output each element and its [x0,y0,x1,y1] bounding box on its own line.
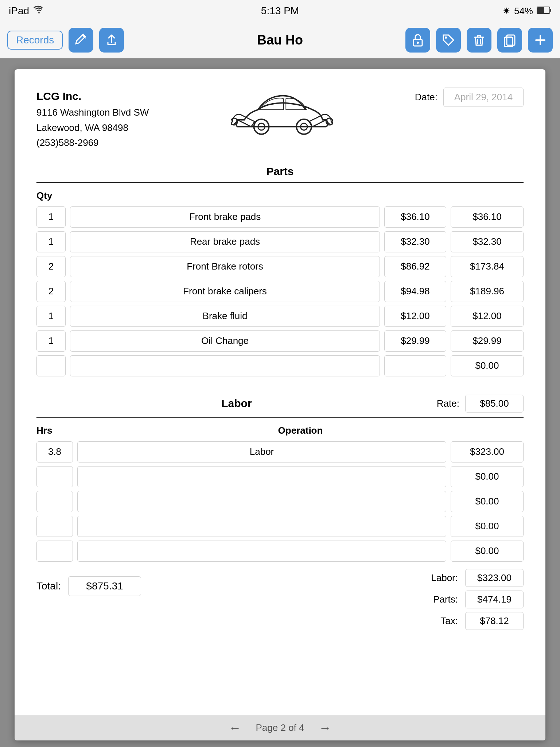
copy-button[interactable] [497,28,522,53]
parts-row[interactable]: 2 Front Brake rotors $86.92 $173.84 [36,256,524,277]
parts-row[interactable]: 1 Oil Change $29.99 $29.99 [36,330,524,352]
part-total[interactable]: $29.99 [451,330,524,352]
part-desc[interactable] [70,355,380,376]
wifi-icon [34,5,44,17]
part-qty[interactable]: 1 [36,330,66,352]
part-total[interactable]: $36.10 [451,206,524,228]
labor-row[interactable]: 3.8 Labor $323.00 [36,441,524,462]
part-unit[interactable]: $29.99 [384,330,446,352]
labor-op[interactable] [77,491,446,512]
labor-row[interactable]: $0.00 [36,491,524,512]
company-phone: (253)588-2969 [36,135,149,151]
labor-sum-value: $323.00 [465,569,524,587]
labor-row[interactable]: $0.00 [36,541,524,562]
parts-section-header: Parts [36,165,524,183]
page-nav: ← Page 2 of 4 → [15,715,545,740]
labor-sum-label: Labor: [429,572,458,584]
parts-sum-label: Parts: [429,594,458,605]
part-qty[interactable]: 2 [36,256,66,277]
lock-button[interactable] [405,28,430,53]
labor-op[interactable] [77,541,446,562]
records-button[interactable]: Records [7,31,63,50]
prev-page-button[interactable]: ← [229,721,241,735]
part-total[interactable]: $0.00 [451,355,524,376]
part-unit[interactable]: $12.00 [384,306,446,327]
labor-total[interactable]: $0.00 [451,491,524,512]
labor-total[interactable]: $0.00 [451,541,524,562]
page-label: Page 2 of 4 [256,722,304,734]
add-button[interactable] [528,28,553,53]
part-qty[interactable]: 1 [36,306,66,327]
parts-row[interactable]: 1 Rear brake pads $32.30 $32.30 [36,231,524,252]
part-desc[interactable]: Rear brake pads [70,231,380,252]
labor-hrs[interactable] [36,491,73,512]
part-unit[interactable]: $32.30 [384,231,446,252]
company-address1: 9116 Washington Blvd SW [36,105,149,120]
svg-point-4 [417,42,419,44]
part-qty[interactable] [36,355,66,376]
part-qty[interactable]: 1 [36,206,66,228]
part-unit[interactable]: $94.98 [384,281,446,302]
total-left: Total: $875.31 [36,569,141,596]
labor-total[interactable]: $0.00 [451,516,524,537]
rate-value[interactable]: $85.00 [465,395,524,413]
total-value[interactable]: $875.31 [68,576,141,596]
labor-hrs[interactable] [36,516,73,537]
op-header: Operation [77,425,524,436]
total-label: Total: [36,580,61,592]
document: LCG Inc. 9116 Washington Blvd SW Lakewoo… [15,69,545,740]
tax-sum-label: Tax: [429,615,458,627]
labor-hrs[interactable]: 3.8 [36,441,73,462]
labor-op[interactable]: Labor [77,441,446,462]
part-desc[interactable]: Front brake calipers [70,281,380,302]
date-value[interactable]: April 29, 2014 [443,88,524,107]
labor-row[interactable]: $0.00 [36,466,524,487]
parts-row[interactable]: $0.00 [36,355,524,376]
part-desc[interactable]: Front Brake rotors [70,256,380,277]
tax-summary-row: Tax: $78.12 [429,612,524,630]
parts-row[interactable]: 1 Front brake pads $36.10 $36.10 [36,206,524,228]
parts-row[interactable]: 1 Brake fluid $12.00 $12.00 [36,306,524,327]
part-desc[interactable]: Oil Change [70,330,380,352]
next-page-button[interactable]: → [319,721,331,735]
part-total[interactable]: $12.00 [451,306,524,327]
labor-total[interactable]: $323.00 [451,441,524,462]
device-label: iPad [9,5,29,17]
labor-total[interactable]: $0.00 [451,466,524,487]
part-desc[interactable]: Front brake pads [70,206,380,228]
part-total[interactable]: $32.30 [451,231,524,252]
svg-rect-1 [550,9,551,12]
tag-button[interactable] [436,28,461,53]
nav-bar: Records Bau Ho [0,22,560,58]
labor-op[interactable] [77,466,446,487]
edit-button[interactable] [69,28,93,53]
parts-sum-value: $474.19 [465,591,524,608]
summary-section: Total: $875.31 Labor: $323.00 Parts: $47… [36,569,524,630]
labor-op[interactable] [77,516,446,537]
share-button[interactable] [99,28,124,53]
labor-hrs[interactable] [36,541,73,562]
part-total[interactable]: $189.96 [451,281,524,302]
parts-summary-row: Parts: $474.19 [429,591,524,608]
car-logo [149,88,415,139]
parts-row[interactable]: 2 Front brake calipers $94.98 $189.96 [36,281,524,302]
hrs-header: Hrs [36,425,73,436]
svg-rect-7 [505,37,513,47]
status-time: 5:13 PM [261,5,299,17]
rate-section: Rate: $85.00 [437,395,524,413]
labor-row[interactable]: $0.00 [36,516,524,537]
labor-section-header: Labor Rate: $85.00 [36,395,524,418]
part-qty[interactable]: 1 [36,231,66,252]
part-unit[interactable]: $86.92 [384,256,446,277]
part-desc[interactable]: Brake fluid [70,306,380,327]
delete-button[interactable] [467,28,491,53]
company-info: LCG Inc. 9116 Washington Blvd SW Lakewoo… [36,88,149,151]
part-qty[interactable]: 2 [36,281,66,302]
part-unit[interactable] [384,355,446,376]
labor-hrs[interactable] [36,466,73,487]
part-total[interactable]: $173.84 [451,256,524,277]
part-unit[interactable]: $36.10 [384,206,446,228]
date-label: Date: [415,92,438,103]
date-section: Date: April 29, 2014 [415,88,524,107]
svg-rect-2 [537,7,544,13]
